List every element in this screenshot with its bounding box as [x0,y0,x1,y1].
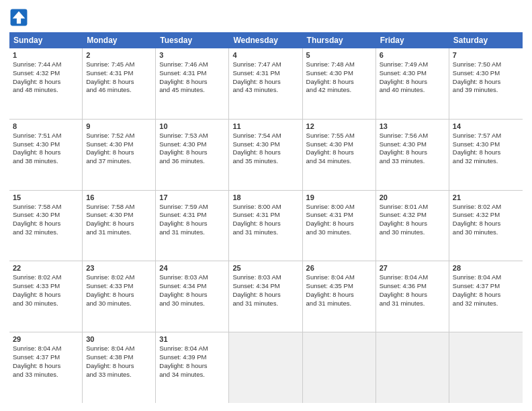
day-number: 6 [380,51,445,59]
calendar-cell: 16Sunrise: 7:58 AMSunset: 4:30 PMDayligh… [83,191,156,261]
calendar-body: 1Sunrise: 7:44 AMSunset: 4:32 PMDaylight… [9,48,523,403]
cell-content: Sunrise: 8:04 AMSunset: 4:35 PMDaylight:… [306,273,372,308]
calendar-cell: 26Sunrise: 8:04 AMSunset: 4:35 PMDayligh… [303,261,376,332]
calendar-cell: 25Sunrise: 8:03 AMSunset: 4:34 PMDayligh… [229,261,302,332]
day-number: 24 [159,264,225,272]
header-cell-saturday: Saturday [449,32,523,48]
day-number: 21 [453,193,519,201]
cell-content: Sunrise: 8:04 AMSunset: 4:38 PMDaylight:… [86,345,152,379]
cell-content: Sunrise: 8:00 AMSunset: 4:31 PMDaylight:… [232,203,298,237]
calendar-cell: 14Sunrise: 7:57 AMSunset: 4:30 PMDayligh… [449,120,523,190]
cell-content: Sunrise: 7:46 AMSunset: 4:31 PMDaylight:… [159,60,225,95]
header [9,8,523,27]
calendar-cell: 17Sunrise: 7:59 AMSunset: 4:31 PMDayligh… [156,191,229,261]
day-number: 14 [453,122,519,130]
calendar-cell: 23Sunrise: 8:02 AMSunset: 4:33 PMDayligh… [83,261,156,332]
calendar-row-4: 29Sunrise: 8:04 AMSunset: 4:37 PMDayligh… [9,332,523,403]
calendar-cell: 7Sunrise: 7:50 AMSunset: 4:30 PMDaylight… [449,48,523,119]
calendar-header: SundayMondayTuesdayWednesdayThursdayFrid… [9,32,523,48]
day-number: 23 [86,264,152,272]
calendar-cell: 11Sunrise: 7:54 AMSunset: 4:30 PMDayligh… [229,120,302,190]
logo-icon [9,8,28,27]
cell-content: Sunrise: 8:00 AMSunset: 4:31 PMDaylight:… [306,203,372,237]
day-number: 20 [380,193,445,201]
calendar-cell: 21Sunrise: 8:02 AMSunset: 4:32 PMDayligh… [449,191,523,261]
cell-content: Sunrise: 8:04 AMSunset: 4:37 PMDaylight:… [13,345,79,379]
calendar-cell: 3Sunrise: 7:46 AMSunset: 4:31 PMDaylight… [156,48,229,119]
calendar-row-2: 15Sunrise: 7:58 AMSunset: 4:30 PMDayligh… [9,191,523,262]
cell-content: Sunrise: 8:04 AMSunset: 4:37 PMDaylight:… [453,273,519,308]
day-number: 19 [306,193,372,201]
cell-content: Sunrise: 7:57 AMSunset: 4:30 PMDaylight:… [453,132,519,166]
day-number: 3 [159,51,225,59]
calendar-cell: 9Sunrise: 7:52 AMSunset: 4:30 PMDaylight… [83,120,156,190]
cell-content: Sunrise: 7:49 AMSunset: 4:30 PMDaylight:… [380,60,445,95]
day-number: 30 [86,335,152,343]
calendar-cell: 28Sunrise: 8:04 AMSunset: 4:37 PMDayligh… [449,261,523,332]
cell-content: Sunrise: 7:56 AMSunset: 4:30 PMDaylight:… [380,132,445,166]
calendar-cell [449,332,523,403]
day-number: 15 [13,193,79,201]
calendar-cell: 19Sunrise: 8:00 AMSunset: 4:31 PMDayligh… [303,191,376,261]
cell-content: Sunrise: 7:58 AMSunset: 4:30 PMDaylight:… [13,203,79,237]
cell-content: Sunrise: 8:04 AMSunset: 4:36 PMDaylight:… [380,273,445,308]
cell-content: Sunrise: 8:03 AMSunset: 4:34 PMDaylight:… [232,273,298,308]
calendar-cell: 22Sunrise: 8:02 AMSunset: 4:33 PMDayligh… [9,261,83,332]
day-number: 8 [13,122,79,130]
calendar-cell: 18Sunrise: 8:00 AMSunset: 4:31 PMDayligh… [229,191,302,261]
calendar-cell: 20Sunrise: 8:01 AMSunset: 4:32 PMDayligh… [376,191,449,261]
header-cell-monday: Monday [83,32,156,48]
cell-content: Sunrise: 7:48 AMSunset: 4:30 PMDaylight:… [306,60,372,95]
day-number: 5 [306,51,372,59]
calendar-cell: 1Sunrise: 7:44 AMSunset: 4:32 PMDaylight… [9,48,83,119]
day-number: 27 [380,264,445,272]
cell-content: Sunrise: 7:50 AMSunset: 4:30 PMDaylight:… [453,60,519,95]
cell-content: Sunrise: 8:04 AMSunset: 4:39 PMDaylight:… [159,345,225,379]
day-number: 22 [13,264,79,272]
calendar-cell: 12Sunrise: 7:55 AMSunset: 4:30 PMDayligh… [303,120,376,190]
calendar-cell: 15Sunrise: 7:58 AMSunset: 4:30 PMDayligh… [9,191,83,261]
header-cell-tuesday: Tuesday [156,32,229,48]
cell-content: Sunrise: 8:01 AMSunset: 4:32 PMDaylight:… [380,203,445,237]
calendar-cell: 24Sunrise: 8:03 AMSunset: 4:34 PMDayligh… [156,261,229,332]
day-number: 4 [232,51,298,59]
day-number: 25 [232,264,298,272]
day-number: 16 [86,193,152,201]
calendar-cell: 5Sunrise: 7:48 AMSunset: 4:30 PMDaylight… [303,48,376,119]
day-number: 17 [159,193,225,201]
day-number: 31 [159,335,225,343]
cell-content: Sunrise: 8:02 AMSunset: 4:33 PMDaylight:… [86,273,152,308]
cell-content: Sunrise: 7:47 AMSunset: 4:31 PMDaylight:… [232,60,298,95]
calendar-cell: 13Sunrise: 7:56 AMSunset: 4:30 PMDayligh… [376,120,449,190]
calendar-cell: 2Sunrise: 7:45 AMSunset: 4:31 PMDaylight… [83,48,156,119]
calendar-cell: 27Sunrise: 8:04 AMSunset: 4:36 PMDayligh… [376,261,449,332]
header-cell-wednesday: Wednesday [229,32,302,48]
day-number: 1 [13,51,79,59]
cell-content: Sunrise: 7:55 AMSunset: 4:30 PMDaylight:… [306,132,372,166]
calendar-cell: 30Sunrise: 8:04 AMSunset: 4:38 PMDayligh… [83,332,156,403]
cell-content: Sunrise: 8:03 AMSunset: 4:34 PMDaylight:… [159,273,225,308]
calendar-row-3: 22Sunrise: 8:02 AMSunset: 4:33 PMDayligh… [9,261,523,332]
logo [9,8,31,27]
calendar-row-1: 8Sunrise: 7:51 AMSunset: 4:30 PMDaylight… [9,120,523,191]
calendar: SundayMondayTuesdayWednesdayThursdayFrid… [9,32,523,403]
header-cell-friday: Friday [376,32,449,48]
day-number: 10 [159,122,225,130]
cell-content: Sunrise: 7:58 AMSunset: 4:30 PMDaylight:… [86,203,152,237]
cell-content: Sunrise: 8:02 AMSunset: 4:33 PMDaylight:… [13,273,79,308]
day-number: 29 [13,335,79,343]
day-number: 26 [306,264,372,272]
calendar-row-0: 1Sunrise: 7:44 AMSunset: 4:32 PMDaylight… [9,48,523,120]
calendar-cell: 6Sunrise: 7:49 AMSunset: 4:30 PMDaylight… [376,48,449,119]
calendar-cell [303,332,376,403]
day-number: 28 [453,264,519,272]
cell-content: Sunrise: 7:45 AMSunset: 4:31 PMDaylight:… [86,60,152,95]
cell-content: Sunrise: 7:53 AMSunset: 4:30 PMDaylight:… [159,132,225,166]
cell-content: Sunrise: 7:54 AMSunset: 4:30 PMDaylight:… [232,132,298,166]
cell-content: Sunrise: 7:44 AMSunset: 4:32 PMDaylight:… [13,60,79,95]
calendar-cell [229,332,302,403]
header-cell-thursday: Thursday [303,32,376,48]
cell-content: Sunrise: 7:52 AMSunset: 4:30 PMDaylight:… [86,132,152,166]
day-number: 9 [86,122,152,130]
cell-content: Sunrise: 7:51 AMSunset: 4:30 PMDaylight:… [13,132,79,166]
